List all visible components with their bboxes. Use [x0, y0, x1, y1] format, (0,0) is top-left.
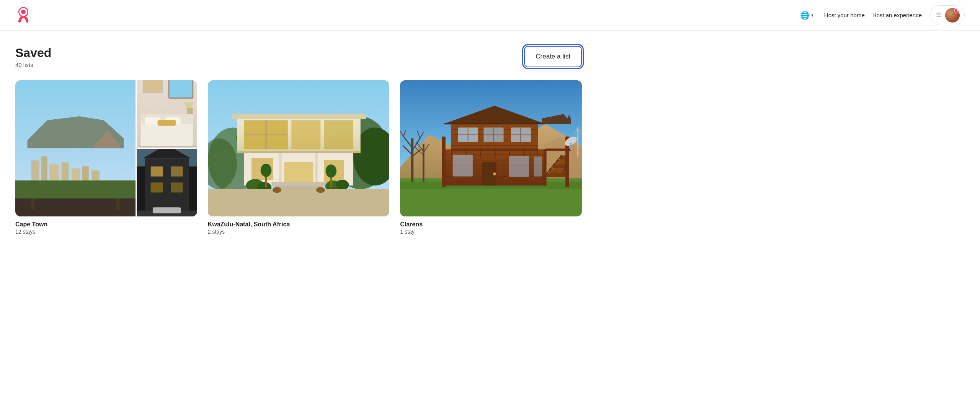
svg-rect-17: [169, 80, 193, 98]
hamburger-icon: ☰: [936, 11, 941, 19]
svg-rect-132: [534, 156, 542, 176]
svg-rect-27: [158, 120, 176, 126]
kwazulu-subtitle: 2 stays: [208, 229, 390, 235]
lists-count: 40 lists: [15, 62, 51, 68]
avatar: 1: [945, 8, 960, 23]
host-experience-link[interactable]: Host an experience: [872, 12, 922, 18]
svg-rect-76: [237, 151, 361, 153]
clarens-images: [400, 80, 582, 216]
header-right: 🌐 ▾ Host your home Host an experience ☰ …: [797, 5, 965, 25]
collage-top-right-image: [137, 80, 197, 148]
svg-rect-93: [423, 144, 425, 182]
svg-rect-133: [546, 173, 565, 177]
svg-rect-146: [578, 127, 579, 156]
clarens-subtitle: 1 stay: [400, 229, 582, 235]
page-title: Saved: [15, 46, 51, 60]
svg-rect-75: [208, 189, 390, 216]
kwazulu-title: KwaZulu-Natal, South Africa: [208, 221, 390, 228]
header: 🌐 ▾ Host your home Host an experience ☰ …: [0, 0, 980, 31]
svg-rect-38: [153, 208, 181, 214]
logo[interactable]: [15, 7, 31, 24]
clarens-single-image: [400, 80, 582, 216]
host-home-link[interactable]: Host your home: [824, 12, 865, 18]
svg-rect-142: [546, 148, 571, 151]
collage-grid: [15, 80, 197, 216]
svg-rect-54: [324, 120, 353, 149]
kwazulu-images: [208, 80, 390, 216]
kwazulu-single-image: [208, 80, 390, 216]
notification-badge: 1: [954, 8, 960, 13]
svg-rect-20: [144, 80, 162, 92]
cape-town-images: [15, 80, 197, 216]
svg-rect-53: [291, 120, 320, 149]
svg-rect-141: [544, 149, 547, 185]
svg-point-78: [273, 187, 281, 193]
svg-rect-112: [451, 148, 452, 159]
page-title-area: Saved 40 lists: [15, 46, 51, 68]
svg-rect-62: [279, 153, 282, 185]
svg-point-77: [316, 187, 325, 193]
svg-rect-149: [442, 137, 445, 187]
svg-point-72: [260, 164, 271, 177]
svg-rect-84: [411, 138, 414, 182]
svg-rect-25: [187, 108, 193, 114]
svg-rect-5: [41, 156, 47, 184]
svg-rect-115: [495, 148, 496, 158]
svg-rect-32: [151, 167, 163, 177]
svg-rect-114: [480, 148, 481, 158]
language-button[interactable]: 🌐 ▾: [797, 8, 817, 23]
airbnb-logo-icon: [15, 7, 31, 24]
page-header: Saved 40 lists Create a list: [15, 46, 582, 68]
svg-rect-57: [231, 114, 366, 119]
main-content: Saved 40 lists Create a list: [0, 31, 597, 258]
collage-bottom-right-image: [137, 149, 197, 216]
svg-rect-63: [315, 153, 318, 185]
listing-card-cape-town[interactable]: Cape Town 12 stays: [15, 80, 197, 235]
cape-town-subtitle: 12 stays: [15, 229, 197, 235]
user-menu[interactable]: ☰ 1: [929, 5, 965, 25]
svg-rect-33: [171, 167, 183, 177]
svg-rect-131: [509, 156, 529, 177]
svg-rect-128: [453, 155, 473, 177]
svg-point-70: [336, 180, 349, 190]
listings-grid: Cape Town 12 stays: [15, 80, 582, 235]
svg-point-130: [493, 172, 496, 176]
create-list-button[interactable]: Create a list: [524, 46, 582, 67]
clarens-title: Clarens: [400, 221, 582, 228]
chevron-down-icon: ▾: [811, 13, 813, 18]
svg-rect-35: [171, 183, 183, 193]
svg-rect-34: [151, 183, 163, 193]
svg-rect-134: [549, 169, 566, 173]
svg-rect-15: [15, 180, 136, 198]
svg-point-74: [325, 164, 336, 177]
globe-icon: 🌐: [800, 11, 810, 20]
cape-town-title: Cape Town: [15, 221, 197, 228]
svg-rect-145: [570, 143, 572, 150]
header-left: [15, 7, 31, 24]
listing-card-clarens[interactable]: Clarens 1 stay: [400, 80, 582, 235]
listing-card-kwazulu[interactable]: KwaZulu-Natal, South Africa 2 stays: [208, 80, 390, 235]
collage-main-image: [15, 80, 136, 216]
